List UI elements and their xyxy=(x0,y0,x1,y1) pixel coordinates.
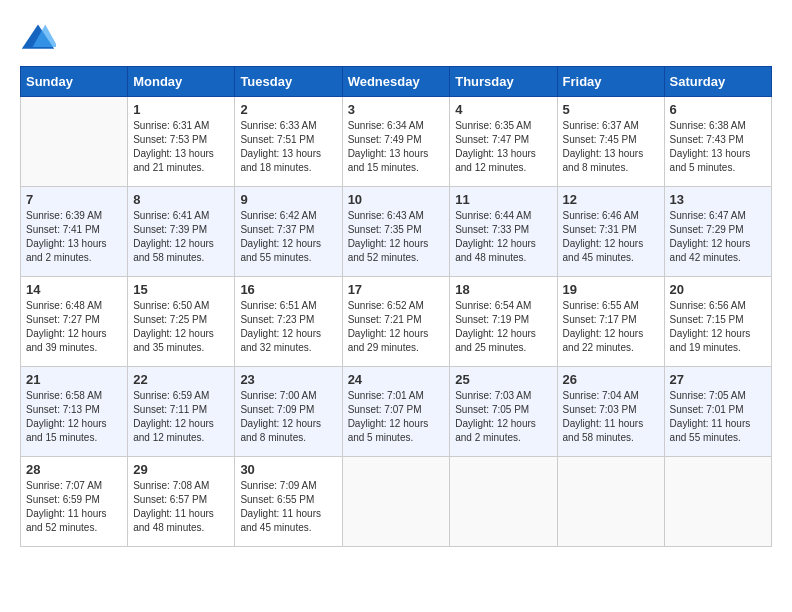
calendar-cell: 10Sunrise: 6:43 AM Sunset: 7:35 PM Dayli… xyxy=(342,187,450,277)
calendar-cell xyxy=(450,457,557,547)
day-number: 18 xyxy=(455,282,551,297)
day-info: Sunrise: 6:55 AM Sunset: 7:17 PM Dayligh… xyxy=(563,299,659,355)
calendar-cell: 30Sunrise: 7:09 AM Sunset: 6:55 PM Dayli… xyxy=(235,457,342,547)
calendar-cell: 24Sunrise: 7:01 AM Sunset: 7:07 PM Dayli… xyxy=(342,367,450,457)
calendar-week-row: 1Sunrise: 6:31 AM Sunset: 7:53 PM Daylig… xyxy=(21,97,772,187)
day-number: 29 xyxy=(133,462,229,477)
day-number: 13 xyxy=(670,192,766,207)
day-info: Sunrise: 7:00 AM Sunset: 7:09 PM Dayligh… xyxy=(240,389,336,445)
day-number: 28 xyxy=(26,462,122,477)
day-info: Sunrise: 6:47 AM Sunset: 7:29 PM Dayligh… xyxy=(670,209,766,265)
calendar-cell xyxy=(664,457,771,547)
calendar-cell: 12Sunrise: 6:46 AM Sunset: 7:31 PM Dayli… xyxy=(557,187,664,277)
page-header xyxy=(20,20,772,56)
day-number: 26 xyxy=(563,372,659,387)
day-number: 12 xyxy=(563,192,659,207)
calendar-cell: 1Sunrise: 6:31 AM Sunset: 7:53 PM Daylig… xyxy=(128,97,235,187)
day-header-thursday: Thursday xyxy=(450,67,557,97)
calendar-week-row: 21Sunrise: 6:58 AM Sunset: 7:13 PM Dayli… xyxy=(21,367,772,457)
day-info: Sunrise: 6:43 AM Sunset: 7:35 PM Dayligh… xyxy=(348,209,445,265)
day-info: Sunrise: 6:37 AM Sunset: 7:45 PM Dayligh… xyxy=(563,119,659,175)
calendar-header-row: SundayMondayTuesdayWednesdayThursdayFrid… xyxy=(21,67,772,97)
day-number: 21 xyxy=(26,372,122,387)
day-info: Sunrise: 7:08 AM Sunset: 6:57 PM Dayligh… xyxy=(133,479,229,535)
day-number: 22 xyxy=(133,372,229,387)
day-info: Sunrise: 6:42 AM Sunset: 7:37 PM Dayligh… xyxy=(240,209,336,265)
day-info: Sunrise: 7:01 AM Sunset: 7:07 PM Dayligh… xyxy=(348,389,445,445)
day-info: Sunrise: 6:51 AM Sunset: 7:23 PM Dayligh… xyxy=(240,299,336,355)
day-info: Sunrise: 6:31 AM Sunset: 7:53 PM Dayligh… xyxy=(133,119,229,175)
calendar-cell: 11Sunrise: 6:44 AM Sunset: 7:33 PM Dayli… xyxy=(450,187,557,277)
calendar-cell xyxy=(342,457,450,547)
day-info: Sunrise: 6:59 AM Sunset: 7:11 PM Dayligh… xyxy=(133,389,229,445)
day-info: Sunrise: 7:07 AM Sunset: 6:59 PM Dayligh… xyxy=(26,479,122,535)
day-number: 4 xyxy=(455,102,551,117)
calendar-cell: 20Sunrise: 6:56 AM Sunset: 7:15 PM Dayli… xyxy=(664,277,771,367)
calendar-cell: 28Sunrise: 7:07 AM Sunset: 6:59 PM Dayli… xyxy=(21,457,128,547)
day-info: Sunrise: 6:38 AM Sunset: 7:43 PM Dayligh… xyxy=(670,119,766,175)
day-info: Sunrise: 6:58 AM Sunset: 7:13 PM Dayligh… xyxy=(26,389,122,445)
day-info: Sunrise: 7:09 AM Sunset: 6:55 PM Dayligh… xyxy=(240,479,336,535)
day-header-friday: Friday xyxy=(557,67,664,97)
calendar-cell: 15Sunrise: 6:50 AM Sunset: 7:25 PM Dayli… xyxy=(128,277,235,367)
calendar-cell: 9Sunrise: 6:42 AM Sunset: 7:37 PM Daylig… xyxy=(235,187,342,277)
day-info: Sunrise: 6:35 AM Sunset: 7:47 PM Dayligh… xyxy=(455,119,551,175)
calendar-cell: 16Sunrise: 6:51 AM Sunset: 7:23 PM Dayli… xyxy=(235,277,342,367)
day-info: Sunrise: 6:33 AM Sunset: 7:51 PM Dayligh… xyxy=(240,119,336,175)
calendar-week-row: 14Sunrise: 6:48 AM Sunset: 7:27 PM Dayli… xyxy=(21,277,772,367)
calendar-cell: 25Sunrise: 7:03 AM Sunset: 7:05 PM Dayli… xyxy=(450,367,557,457)
day-header-monday: Monday xyxy=(128,67,235,97)
day-number: 17 xyxy=(348,282,445,297)
day-info: Sunrise: 6:46 AM Sunset: 7:31 PM Dayligh… xyxy=(563,209,659,265)
calendar-cell: 19Sunrise: 6:55 AM Sunset: 7:17 PM Dayli… xyxy=(557,277,664,367)
day-number: 20 xyxy=(670,282,766,297)
day-number: 24 xyxy=(348,372,445,387)
day-number: 3 xyxy=(348,102,445,117)
calendar-cell xyxy=(21,97,128,187)
day-number: 27 xyxy=(670,372,766,387)
day-info: Sunrise: 6:52 AM Sunset: 7:21 PM Dayligh… xyxy=(348,299,445,355)
calendar-cell: 6Sunrise: 6:38 AM Sunset: 7:43 PM Daylig… xyxy=(664,97,771,187)
day-info: Sunrise: 7:03 AM Sunset: 7:05 PM Dayligh… xyxy=(455,389,551,445)
day-info: Sunrise: 6:39 AM Sunset: 7:41 PM Dayligh… xyxy=(26,209,122,265)
calendar-cell: 27Sunrise: 7:05 AM Sunset: 7:01 PM Dayli… xyxy=(664,367,771,457)
day-number: 15 xyxy=(133,282,229,297)
day-header-sunday: Sunday xyxy=(21,67,128,97)
calendar-cell: 3Sunrise: 6:34 AM Sunset: 7:49 PM Daylig… xyxy=(342,97,450,187)
calendar-week-row: 7Sunrise: 6:39 AM Sunset: 7:41 PM Daylig… xyxy=(21,187,772,277)
day-number: 25 xyxy=(455,372,551,387)
calendar-week-row: 28Sunrise: 7:07 AM Sunset: 6:59 PM Dayli… xyxy=(21,457,772,547)
day-info: Sunrise: 6:56 AM Sunset: 7:15 PM Dayligh… xyxy=(670,299,766,355)
calendar-cell: 17Sunrise: 6:52 AM Sunset: 7:21 PM Dayli… xyxy=(342,277,450,367)
day-info: Sunrise: 6:54 AM Sunset: 7:19 PM Dayligh… xyxy=(455,299,551,355)
day-info: Sunrise: 6:48 AM Sunset: 7:27 PM Dayligh… xyxy=(26,299,122,355)
day-info: Sunrise: 7:04 AM Sunset: 7:03 PM Dayligh… xyxy=(563,389,659,445)
day-info: Sunrise: 6:50 AM Sunset: 7:25 PM Dayligh… xyxy=(133,299,229,355)
calendar-cell: 4Sunrise: 6:35 AM Sunset: 7:47 PM Daylig… xyxy=(450,97,557,187)
calendar-cell: 29Sunrise: 7:08 AM Sunset: 6:57 PM Dayli… xyxy=(128,457,235,547)
calendar-table: SundayMondayTuesdayWednesdayThursdayFrid… xyxy=(20,66,772,547)
day-header-wednesday: Wednesday xyxy=(342,67,450,97)
calendar-cell: 5Sunrise: 6:37 AM Sunset: 7:45 PM Daylig… xyxy=(557,97,664,187)
day-number: 5 xyxy=(563,102,659,117)
calendar-cell: 21Sunrise: 6:58 AM Sunset: 7:13 PM Dayli… xyxy=(21,367,128,457)
calendar-cell: 7Sunrise: 6:39 AM Sunset: 7:41 PM Daylig… xyxy=(21,187,128,277)
calendar-cell xyxy=(557,457,664,547)
day-number: 8 xyxy=(133,192,229,207)
calendar-cell: 23Sunrise: 7:00 AM Sunset: 7:09 PM Dayli… xyxy=(235,367,342,457)
logo-icon xyxy=(20,20,56,56)
calendar-cell: 2Sunrise: 6:33 AM Sunset: 7:51 PM Daylig… xyxy=(235,97,342,187)
day-number: 11 xyxy=(455,192,551,207)
day-number: 23 xyxy=(240,372,336,387)
day-number: 19 xyxy=(563,282,659,297)
day-number: 7 xyxy=(26,192,122,207)
day-number: 1 xyxy=(133,102,229,117)
day-info: Sunrise: 6:34 AM Sunset: 7:49 PM Dayligh… xyxy=(348,119,445,175)
day-number: 30 xyxy=(240,462,336,477)
logo xyxy=(20,20,62,56)
day-header-tuesday: Tuesday xyxy=(235,67,342,97)
day-number: 6 xyxy=(670,102,766,117)
day-header-saturday: Saturday xyxy=(664,67,771,97)
calendar-cell: 13Sunrise: 6:47 AM Sunset: 7:29 PM Dayli… xyxy=(664,187,771,277)
day-number: 16 xyxy=(240,282,336,297)
